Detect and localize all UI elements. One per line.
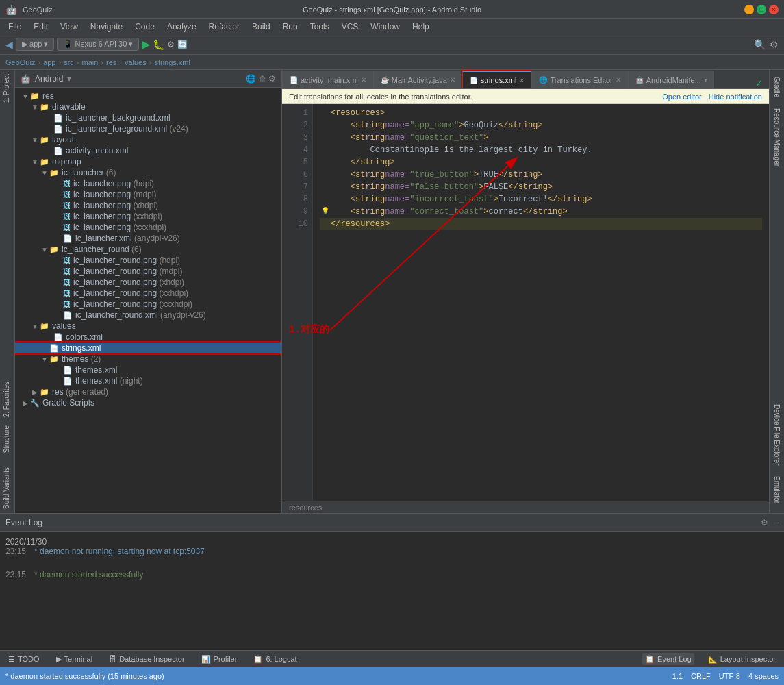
tree-ic-launcher-bg[interactable]: ▶ 📄 ic_launcher_background.xml: [15, 112, 281, 123]
tree-layout[interactable]: ▼ 📁 layout: [15, 134, 281, 145]
window-buttons[interactable]: ─ □ ✕: [744, 5, 779, 14]
tree-ic-launcher-folder[interactable]: ▼ 📁 ic_launcher (6): [15, 167, 281, 178]
breadcrumb-app[interactable]: app: [43, 58, 55, 66]
tree-values[interactable]: ▼ 📁 values: [15, 321, 281, 332]
minimize-button[interactable]: ─: [744, 5, 754, 14]
collapse-icon[interactable]: ⟰: [259, 74, 266, 84]
breadcrumb-stringsxml[interactable]: strings.xml: [154, 58, 190, 66]
open-editor-link[interactable]: Open editor: [662, 92, 701, 101]
tool-database[interactable]: 🗄 Database Inspector: [106, 653, 187, 664]
tree-activity-main[interactable]: ▶ 📄 activity_main.xml: [15, 145, 281, 156]
menu-edit[interactable]: Edit: [28, 21, 53, 33]
maximize-button[interactable]: □: [757, 5, 766, 14]
tree-ic-round-xxhdpi[interactable]: ▶ 🖼 ic_launcher_round.png (xxhdpi): [15, 288, 281, 299]
device-selector[interactable]: 📱 Nexus 6 API 30 ▾: [57, 38, 139, 51]
hide-notification-link[interactable]: Hide notification: [709, 92, 762, 101]
settings-icon[interactable]: ⚙: [268, 74, 276, 84]
close-button[interactable]: ✕: [769, 5, 779, 14]
menu-code[interactable]: Code: [129, 21, 160, 33]
debug-button[interactable]: 🐛: [153, 39, 164, 50]
tree-ic-launcher-mdpi[interactable]: ▶ 🖼 ic_launcher.png (mdpi): [15, 189, 281, 200]
code-editor[interactable]: 1 2 3 4 5 6 7 8 9 10 <resources>: [282, 104, 769, 501]
tree-themes-night[interactable]: ▶ 📄 themes.xml (night): [15, 375, 281, 386]
tree-strings[interactable]: ▶ 📄 strings.xml: [15, 342, 281, 353]
tab-structure[interactable]: Structure: [0, 421, 14, 458]
tab-main-activity[interactable]: ☕ MainActivity.java ✕: [373, 71, 462, 88]
menu-run[interactable]: Run: [277, 21, 303, 33]
tab-gradle[interactable]: Gradle: [770, 73, 783, 101]
tree-themes-xml[interactable]: ▶ 📄 themes.xml: [15, 364, 281, 375]
close-tab-main[interactable]: ✕: [450, 76, 455, 84]
menu-help[interactable]: Help: [407, 21, 435, 33]
toolbar-icon-2[interactable]: 🔄: [177, 40, 188, 49]
menu-navigate[interactable]: Navigate: [85, 21, 128, 33]
tab-emulator[interactable]: Emulator: [770, 472, 783, 508]
breadcrumb-values[interactable]: values: [125, 58, 147, 66]
breadcrumb-geoquiz[interactable]: GeoQuiz: [5, 58, 35, 66]
code-content[interactable]: <resources> <string name="app_name">GeoQ…: [313, 104, 769, 501]
tab-overflow[interactable]: ▾: [704, 76, 707, 84]
menu-refactor[interactable]: Refactor: [203, 21, 245, 33]
menu-analyze[interactable]: Analyze: [162, 21, 202, 33]
tab-project[interactable]: 1: Project: [0, 70, 14, 107]
tree-res[interactable]: ▼ 📁 res: [15, 90, 281, 101]
tree-ic-round-xhdpi[interactable]: ▶ 🖼 ic_launcher_round.png (xhdpi): [15, 277, 281, 288]
tool-layout-inspector[interactable]: 📐 Layout Inspector: [705, 653, 779, 665]
tab-device-file[interactable]: Device File Explorer: [770, 400, 783, 469]
tree-ic-launcher-xxhdpi[interactable]: ▶ 🖼 ic_launcher.png (xxhdpi): [15, 211, 281, 222]
tree-ic-launcher-xxxhdpi[interactable]: ▶ 🖼 ic_launcher.png (xxxhdpi): [15, 222, 281, 233]
menu-view[interactable]: View: [55, 21, 84, 33]
menu-tools[interactable]: Tools: [305, 21, 335, 33]
tree-ic-launcher-anydpi[interactable]: ▶ 📄 ic_launcher.xml (anydpi-v26): [15, 233, 281, 244]
tree-themes-folder[interactable]: ▼ 📁 themes (2): [15, 353, 281, 364]
tree-mipmap[interactable]: ▼ 📁 mipmap: [15, 156, 281, 167]
tree-ic-round-xxxhdpi[interactable]: ▶ 🖼 ic_launcher_round.png (xxxhdpi): [15, 299, 281, 310]
tab-manifest[interactable]: 🤖 AndroidManife... ▾: [628, 71, 714, 88]
menu-vcs[interactable]: VCS: [336, 21, 364, 33]
menu-build[interactable]: Build: [246, 21, 276, 33]
tool-terminal[interactable]: ▶ Terminal: [53, 653, 96, 665]
close-tab-translations[interactable]: ✕: [616, 76, 621, 84]
settings-icon[interactable]: ⚙: [761, 518, 768, 527]
tree-ic-launcher-xhdpi[interactable]: ▶ 🖼 ic_launcher.png (xhdpi): [15, 200, 281, 211]
tool-logcat[interactable]: 📋 6: Logcat: [251, 653, 299, 665]
window-controls[interactable]: 🤖 GeoQuiz: [5, 4, 52, 15]
toolbar-icon-1[interactable]: ⚙: [167, 40, 175, 49]
menu-file[interactable]: File: [3, 21, 27, 33]
close-tab-strings[interactable]: ✕: [519, 77, 524, 84]
run-button[interactable]: ▶: [142, 38, 150, 51]
tab-translations[interactable]: 🌐 Translations Editor ✕: [531, 71, 627, 88]
tool-profiler[interactable]: 📊 Profiler: [199, 653, 240, 665]
breadcrumb-main[interactable]: main: [81, 58, 98, 66]
tree-ic-launcher-hdpi[interactable]: ▶ 🖼 ic_launcher.png (hdpi): [15, 178, 281, 189]
close-tab-activity[interactable]: ✕: [361, 76, 366, 84]
tab-build-variants[interactable]: Build Variants: [0, 463, 14, 513]
tree-ic-launcher-fg[interactable]: ▶ 📄 ic_launcher_foreground.xml (v24): [15, 123, 281, 134]
tree-gradle[interactable]: ▶ 🔧 Gradle Scripts: [15, 397, 281, 408]
dropdown-icon[interactable]: ▾: [67, 74, 71, 84]
tree-ic-round-anydpi[interactable]: ▶ 📄 ic_launcher_round.xml (anydpi-v26): [15, 310, 281, 321]
breadcrumb-res[interactable]: res: [106, 58, 116, 66]
tab-activity-main[interactable]: 📄 activity_main.xml ✕: [282, 71, 373, 88]
breadcrumb-src[interactable]: src: [64, 58, 74, 66]
tree-ic-round-mdpi[interactable]: ▶ 🖼 ic_launcher_round.png (mdpi): [15, 266, 281, 277]
tree-drawable[interactable]: ▼ 📁 drawable: [15, 101, 281, 112]
menu-window[interactable]: Window: [365, 21, 405, 33]
sync-icon[interactable]: 🌐: [246, 74, 256, 84]
minimize-icon[interactable]: ─: [772, 518, 779, 527]
status-footer: * daemon started successfully (15 minute…: [0, 667, 784, 685]
tree-ic-round-hdpi[interactable]: ▶ 🖼 ic_launcher_round.png (hdpi): [15, 255, 281, 266]
tree-res-gen[interactable]: ▶ 📁 res (generated): [15, 386, 281, 397]
tab-favorites[interactable]: 2: Favorites: [0, 377, 14, 421]
tool-todo[interactable]: ☰ TODO: [5, 653, 42, 665]
settings-button[interactable]: ⚙: [770, 39, 779, 50]
tree-ic-launcher-round[interactable]: ▼ 📁 ic_launcher_round (6): [15, 244, 281, 255]
tree-colors[interactable]: ▶ 📄 colors.xml: [15, 332, 281, 342]
tab-resource-manager[interactable]: Resource Manager: [770, 104, 783, 171]
search-button[interactable]: 🔍: [754, 39, 766, 50]
code-line-6: <string name="true_button">TRUE</string>: [320, 169, 762, 181]
back-button[interactable]: ◀: [5, 39, 13, 50]
config-selector[interactable]: ▶ app ▾: [16, 38, 54, 51]
tab-strings[interactable]: 📄 strings.xml ✕: [462, 71, 532, 88]
tool-event-log[interactable]: 📋 Event Log: [642, 653, 694, 665]
